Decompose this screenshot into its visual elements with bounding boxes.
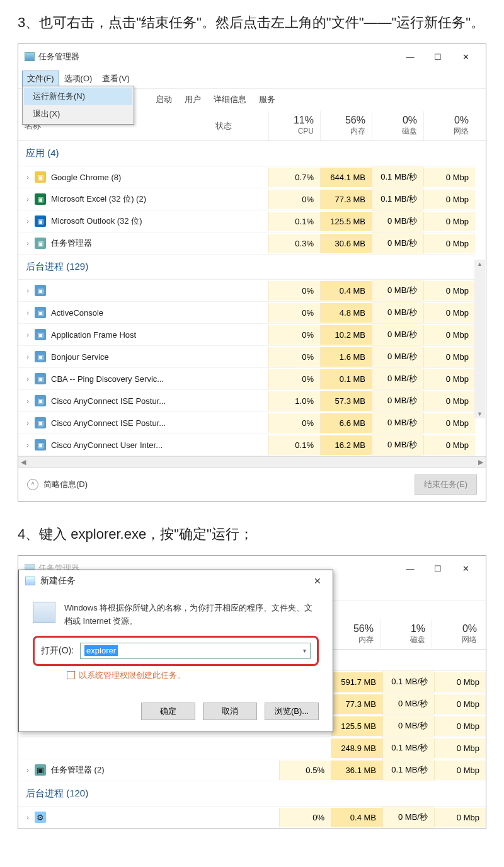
cpu-cell: 0% (268, 413, 320, 433)
open-combobox[interactable]: explorer ▾ (80, 643, 311, 659)
process-name[interactable]: ›▣ (18, 280, 268, 301)
table-row[interactable]: ›▣任务管理器 0.3% 30.6 MB 0 MB/秒 0 Mbp (18, 233, 475, 255)
menu-view[interactable]: 查看(V) (97, 71, 134, 87)
process-name[interactable]: ›▣Cisco AnyConnect User Inter... (18, 434, 268, 456)
maximize-button[interactable]: ☐ (424, 560, 452, 577)
mem-cell: 0.4 MB (320, 281, 372, 301)
expand-icon[interactable]: › (21, 397, 35, 405)
expand-icon[interactable]: › (21, 331, 35, 338)
process-name[interactable]: ›▣Microsoft Excel (32 位) (2) (18, 188, 268, 210)
disk-cell: 0.1 MB/秒 (372, 166, 423, 188)
col-disk[interactable]: 1%磁盘 (380, 619, 432, 649)
process-name[interactable]: ›▣Application Frame Host (18, 324, 268, 345)
col-memory[interactable]: 56%内存 (328, 619, 380, 649)
expand-icon[interactable]: › (21, 353, 35, 360)
cpu-cell: 0.1% (268, 435, 320, 455)
expand-icon[interactable]: › (21, 441, 35, 449)
app-icon: ▣ (35, 285, 46, 296)
expand-icon[interactable]: › (21, 217, 35, 225)
ok-button[interactable]: 确定 (141, 703, 195, 720)
disk-cell: 0.1 MB/秒 (382, 759, 434, 781)
fewer-details[interactable]: ^简略信息(D) (27, 479, 88, 490)
col-cpu[interactable]: 11%CPU (268, 111, 320, 141)
expand-icon[interactable]: › (21, 173, 35, 181)
table-row[interactable]: ›▣ 0% 0.4 MB 0 MB/秒 0 Mbp (18, 280, 475, 302)
menu-file[interactable]: 文件(F) (22, 71, 59, 87)
mem-cell: 248.9 MB (331, 738, 382, 758)
table-row[interactable]: ›▣Microsoft Excel (32 位) (2) 0% 77.3 MB … (18, 188, 475, 210)
file-menu-exit[interactable]: 退出(X) (24, 105, 132, 123)
process-name[interactable]: ›▣Microsoft Outlook (32 位) (18, 210, 268, 232)
end-task-button[interactable]: 结束任务(E) (415, 474, 477, 495)
minimize-button[interactable]: — (396, 48, 424, 66)
app-icon: ▣ (35, 373, 46, 384)
expand-icon[interactable]: › (21, 309, 35, 316)
table-row[interactable]: ›▣Microsoft Outlook (32 位) 0.1% 125.5 MB… (18, 210, 475, 233)
process-name[interactable]: ›⚙ (18, 807, 279, 828)
col-status[interactable]: 状态 (212, 111, 268, 141)
disk-cell: 0 MB/秒 (372, 368, 423, 389)
dialog-titlebar: 新建任务 ✕ (19, 570, 333, 592)
process-name[interactable]: ›▣Cisco AnyConnect ISE Postur... (18, 390, 268, 411)
tab-startup[interactable]: 启动 (151, 91, 177, 108)
mem-cell: 125.5 MB (331, 716, 382, 736)
task-manager-icon (25, 52, 35, 61)
table-row[interactable]: ›▣CBA -- Ping Discovery Servic... 0% 0.1… (18, 368, 475, 390)
tab-users[interactable]: 用户 (180, 91, 206, 108)
expand-icon[interactable]: › (21, 375, 35, 382)
tab-details[interactable]: 详细信息 (209, 91, 251, 108)
cpu-cell: 0% (268, 190, 320, 209)
dialog-close-button[interactable]: ✕ (309, 576, 326, 586)
expand-icon[interactable]: › (21, 813, 35, 821)
close-button[interactable]: ✕ (452, 560, 479, 577)
mem-cell: 644.1 MB (320, 168, 372, 187)
process-name[interactable]: ›▣ActiveConsole (18, 302, 268, 323)
col-network[interactable]: 0%网络 (423, 111, 475, 141)
expand-icon[interactable]: › (21, 419, 35, 427)
col-network[interactable]: 0%网络 (432, 619, 483, 649)
minimize-button[interactable]: — (396, 560, 424, 577)
table-row[interactable]: ›▣ActiveConsole 0% 4.8 MB 0 MB/秒 0 Mbp (18, 302, 475, 324)
process-name[interactable]: ›▣任务管理器 (2) (18, 759, 279, 781)
vertical-scrollbar[interactable]: ▲▼ (474, 260, 485, 418)
app-icon: ▣ (35, 439, 46, 451)
disk-cell: 0 MB/秒 (372, 390, 423, 411)
col-memory[interactable]: 56%内存 (320, 111, 372, 141)
browse-button[interactable]: 浏览(B)... (265, 703, 319, 720)
admin-checkbox-row[interactable]: 以系统管理权限创建此任务。 (33, 666, 319, 684)
process-name[interactable]: ›▣CBA -- Ping Discovery Servic... (18, 368, 268, 389)
menu-options[interactable]: 选项(O) (59, 71, 98, 87)
disk-cell: 0 MB/秒 (372, 412, 423, 433)
expand-icon[interactable]: › (21, 766, 35, 774)
mem-cell: 4.8 MB (320, 303, 372, 323)
table-row[interactable]: ›▣Application Frame Host 0% 10.2 MB 0 MB… (18, 324, 475, 346)
process-name[interactable]: ›▣任务管理器 (18, 233, 268, 254)
disk-cell: 0 MB/秒 (372, 210, 423, 232)
expand-icon[interactable]: › (21, 195, 35, 203)
table-row[interactable]: ›▣Bonjour Service 0% 1.6 MB 0 MB/秒 0 Mbp (18, 346, 475, 368)
net-cell: 0 Mbp (434, 672, 486, 692)
table-row[interactable]: ›▣任务管理器 (2) 0.5% 36.1 MB 0.1 MB/秒 0 Mbp (18, 759, 486, 781)
process-name[interactable]: ›▣Google Chrome (8) (18, 166, 268, 188)
close-button[interactable]: ✕ (452, 48, 479, 66)
tab-services[interactable]: 服务 (254, 91, 280, 108)
table-row[interactable]: 248.9 MB 0.1 MB/秒 0 Mbp (18, 737, 486, 759)
table-row[interactable]: ›▣Cisco AnyConnect User Inter... 0.1% 16… (18, 434, 475, 456)
net-cell: 0 Mbp (434, 738, 486, 758)
process-name[interactable]: ›▣Cisco AnyConnect ISE Postur... (18, 412, 268, 433)
expand-icon[interactable]: › (21, 239, 35, 247)
table-row[interactable]: ›▣Cisco AnyConnect ISE Postur... 1.0% 57… (18, 390, 475, 412)
expand-icon[interactable]: › (21, 287, 35, 294)
col-disk[interactable]: 0%磁盘 (372, 111, 423, 141)
cancel-button[interactable]: 取消 (203, 703, 257, 720)
maximize-button[interactable]: ☐ (424, 48, 452, 66)
table-row[interactable]: ›▣Cisco AnyConnect ISE Postur... 0% 6.6 … (18, 412, 475, 434)
table-row[interactable]: ›▣Google Chrome (8) 0.7% 644.1 MB 0.1 MB… (18, 166, 475, 188)
table-row[interactable]: ›⚙ 0% 0.4 MB 0 MB/秒 0 Mbp (18, 807, 486, 829)
mem-cell: 591.7 MB (331, 672, 382, 692)
file-menu-run-new-task[interactable]: 运行新任务(N) (24, 88, 132, 105)
horizontal-scrollbar[interactable]: ◀▶ (18, 456, 486, 468)
app-icon: ⚙ (35, 812, 46, 823)
process-name[interactable]: ›▣Bonjour Service (18, 346, 268, 367)
admin-checkbox[interactable] (67, 671, 75, 679)
